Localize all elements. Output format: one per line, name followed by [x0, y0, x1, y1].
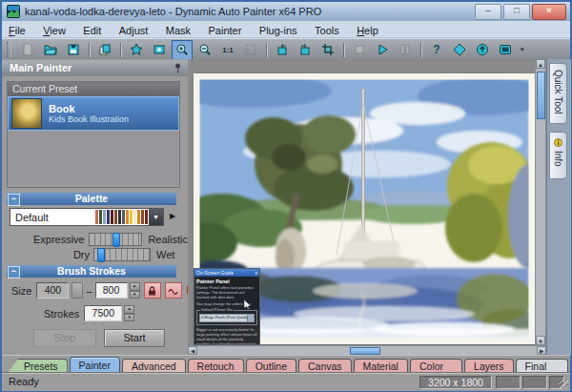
stroke-curve-button[interactable] [165, 282, 182, 299]
vertical-scrollbar[interactable]: ▲ ▼ [535, 59, 545, 345]
menu-view[interactable]: View [36, 23, 72, 36]
lock-button[interactable] [144, 282, 161, 299]
menu-file[interactable]: File [2, 23, 32, 36]
status-cell [522, 376, 547, 389]
zoom-1to1-icon[interactable]: 1:1 [217, 40, 238, 60]
collapse-button[interactable]: − [8, 266, 20, 279]
brush-strokes-section-header[interactable]: − Brush Strokes [7, 265, 176, 278]
menu-adjust[interactable]: Adjust [112, 23, 155, 36]
collapse-button[interactable]: − [8, 194, 20, 206]
preset-list-header: Current Preset [8, 82, 179, 96]
resize-grip[interactable] [559, 380, 568, 389]
menu-tools[interactable]: Tools [308, 23, 346, 36]
status-cell [496, 376, 521, 389]
palette-section-header[interactable]: − Palette [7, 193, 176, 205]
window-title: kanal-voda-lodka-derevya-leto - Dynamic … [25, 6, 321, 17]
tab-final-output[interactable]: Final Output [516, 359, 568, 373]
mask-icon[interactable] [449, 40, 470, 60]
save-icon[interactable] [63, 40, 84, 60]
on-screen-guide-popup[interactable]: On-Screen Guide x Painter Panel Painter … [194, 268, 260, 345]
preset-item-book[interactable]: Book Kids Book Illustration [8, 96, 179, 131]
zoom-in-icon[interactable] [172, 40, 193, 60]
popup-close-icon[interactable]: x [255, 269, 258, 277]
menu-painter[interactable]: Painter [202, 23, 249, 36]
toolbar-grip[interactable] [7, 42, 11, 57]
copy-icon[interactable] [94, 40, 115, 60]
scroll-up-icon[interactable]: ▲ [536, 59, 545, 69]
tab-retouch[interactable]: Retouch [188, 359, 244, 373]
palette-more-arrow[interactable]: ▶ [170, 212, 175, 220]
dropdown-arrow-icon[interactable]: ▼ [149, 209, 163, 225]
scroll-thumb[interactable] [537, 72, 545, 119]
close-button[interactable]: × [532, 4, 566, 20]
menu-bar: File View Edit Adjust Mask Painter Plug-… [2, 21, 570, 38]
size-max-input[interactable]: 800 [95, 282, 128, 299]
menu-help[interactable]: Help [350, 23, 385, 36]
expressive-slider[interactable] [89, 233, 143, 246]
menu-edit[interactable]: Edit [76, 23, 108, 36]
canvas-viewport[interactable]: On-Screen Guide x Painter Panel Painter … [188, 59, 546, 355]
horizontal-scrollbar[interactable]: ◀ ▶ [188, 345, 546, 355]
display-icon[interactable] [495, 40, 516, 60]
upload-icon[interactable] [472, 40, 493, 60]
spin-up-icon: ▲ [124, 305, 134, 314]
zoom-out-icon[interactable] [194, 40, 215, 60]
favorite-star-icon[interactable] [126, 40, 147, 60]
title-bar[interactable]: kanal-voda-lodka-derevya-leto - Dynamic … [2, 2, 570, 21]
palette-swatch [130, 210, 133, 224]
expressive-label: Expressive [2, 234, 89, 245]
tab-advanced[interactable]: Advanced [122, 359, 186, 373]
palette-swatch [99, 210, 102, 224]
tab-painter[interactable]: Painter [70, 357, 120, 373]
popup-paragraph: Painter Panel offers fast preselect sett… [196, 285, 257, 299]
tab-layers[interactable]: Layers [464, 359, 514, 373]
palette-dropdown[interactable]: Default ▼ [10, 208, 164, 226]
image-size-indicator: 3200 x 1800 [419, 376, 492, 389]
tab-color-adjust[interactable]: Color Adjust [410, 359, 462, 373]
toolbar-overflow-icon[interactable]: ▾ [521, 46, 524, 53]
size-link-button[interactable] [72, 282, 83, 299]
play-icon[interactable] [372, 40, 393, 60]
help-icon[interactable]: ? [426, 40, 447, 60]
tab-presets[interactable]: Presets [8, 359, 68, 373]
preset-name: Book [49, 103, 129, 114]
panel-header[interactable]: Main Painter [2, 60, 188, 76]
palette-swatch [118, 210, 121, 224]
pin-icon[interactable] [174, 63, 182, 73]
splitter-handle[interactable]: · · · [2, 319, 188, 329]
rotate-left-icon[interactable] [272, 40, 293, 60]
pause-icon[interactable] [395, 40, 416, 60]
menu-mask[interactable]: Mask [159, 23, 197, 36]
palette-swatch [95, 210, 98, 224]
scroll-down-icon[interactable]: ▼ [536, 336, 545, 345]
scroll-right-icon[interactable]: ▶ [537, 346, 546, 355]
slider-thumb[interactable] [112, 233, 120, 247]
crop-icon[interactable] [317, 40, 338, 60]
tab-material[interactable]: Material [354, 359, 408, 373]
new-icon[interactable] [17, 40, 38, 60]
size-spinner[interactable]: ▲▼ [130, 282, 140, 299]
minimize-button[interactable]: – [475, 4, 501, 20]
rotate-right-icon[interactable] [295, 40, 316, 60]
fit-view-icon[interactable] [240, 40, 261, 60]
size-min-input[interactable]: 400 [36, 282, 69, 299]
stop-button[interactable]: Stop [33, 329, 96, 347]
popup-dropdown-arrow[interactable] [247, 315, 254, 321]
stop-icon[interactable] [349, 40, 370, 60]
tab-outline[interactable]: Outline [246, 359, 296, 373]
scroll-thumb[interactable] [350, 347, 380, 355]
start-button[interactable]: Start [104, 329, 165, 347]
mouse-cursor [244, 299, 251, 309]
tab-info[interactable]: Info [549, 132, 567, 179]
popup-dropdown[interactable]: 4 Mega Pixels (Print Quality) [199, 314, 255, 322]
dry-slider[interactable] [93, 248, 151, 261]
slider-thumb[interactable] [97, 248, 105, 262]
scroll-left-icon[interactable]: ◀ [188, 346, 197, 355]
menu-plugins[interactable]: Plug-ins [253, 23, 304, 36]
tab-canvas[interactable]: Canvas [298, 359, 352, 373]
open-icon[interactable] [40, 40, 61, 60]
tab-quick-tool[interactable]: Quick Tool [549, 63, 567, 124]
maximize-button[interactable]: □ [503, 4, 530, 20]
wizard-icon[interactable] [149, 40, 170, 60]
preset-list: Current Preset Book Kids Book Illustrati… [7, 81, 180, 188]
